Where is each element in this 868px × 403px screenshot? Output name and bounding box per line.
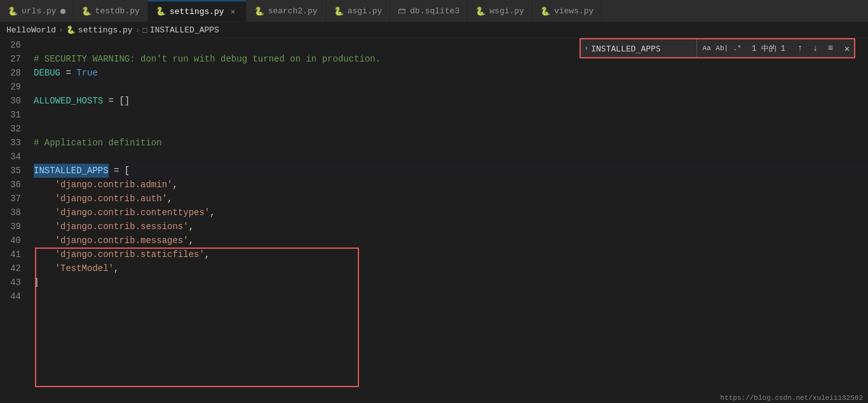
tab-bar: 🐍 urls.py 🐍 testdb.py 🐍 settings.py ✕ 🐍 … — [0, 0, 868, 22]
code-area: 26 27 28 29 30 31 32 33 34 35 36 37 38 3… — [0, 38, 868, 403]
tab-modified-urls — [60, 9, 65, 14]
code-line-37: 'django.contrib.auth' , — [34, 192, 868, 206]
search-close-button[interactable]: ✕ — [840, 41, 854, 55]
code-line-30: ALLOWED_HOSTS = [] — [34, 94, 868, 108]
case-sensitive-button[interactable]: Aa — [700, 41, 714, 55]
whole-word-button[interactable]: Ab| — [715, 41, 729, 55]
tab-icon-search2: 🐍 — [254, 6, 264, 17]
tab-label-settings: settings.py — [170, 7, 224, 17]
code-line-29 — [34, 80, 868, 94]
code-line-34 — [34, 150, 868, 164]
code-content: # SECURITY WARNING: don't run with debug… — [29, 38, 868, 403]
installed-apps-highlight: INSTALLED_APPS — [34, 164, 109, 178]
tab-label-search2: search2.py — [268, 6, 318, 16]
tab-label-testdb: testdb.py — [95, 6, 140, 16]
code-line-40: 'django.contrib.messages' , — [34, 234, 868, 248]
tab-settings[interactable]: 🐍 settings.py ✕ — [148, 1, 247, 22]
tab-label-db: db.sqlite3 — [410, 6, 459, 16]
breadcrumb-settings[interactable]: settings.py — [78, 25, 133, 35]
search-next-button[interactable]: ↓ — [808, 41, 822, 55]
breadcrumb-installed-apps[interactable]: INSTALLED_APPS — [150, 25, 219, 35]
code-line-32 — [34, 122, 868, 136]
tab-label-urls: urls.py — [22, 6, 57, 16]
status-url: https://blog.csdn.net/xulei1132562 — [721, 394, 863, 402]
code-line-44 — [34, 289, 868, 303]
tab-icon-db: 🗃 — [398, 6, 406, 16]
search-input-wrapper: › — [581, 44, 697, 53]
tab-icon-urls: 🐍 — [8, 6, 18, 17]
code-line-42: 'TestModel' , — [34, 261, 868, 275]
tab-testdb[interactable]: 🐍 testdb.py — [74, 1, 148, 22]
tab-label-wsgi: wsgi.py — [489, 6, 524, 16]
code-line-28: DEBUG = True — [34, 66, 868, 80]
code-line-38: 'django.contrib.contenttypes' , — [34, 206, 868, 220]
tab-search2[interactable]: 🐍 search2.py — [247, 1, 326, 22]
search-bar: › Aa Ab| .* 1 中的 1 ↑ ↓ ≡ ✕ — [580, 38, 855, 58]
code-line-31 — [34, 108, 868, 122]
status-bar: https://blog.csdn.net/xulei1132562 — [715, 393, 868, 403]
tab-close-settings[interactable]: ✕ — [228, 6, 238, 17]
code-line-43: ] — [34, 275, 868, 289]
tab-icon-settings: 🐍 — [156, 6, 166, 17]
tab-views[interactable]: 🐍 views.py — [532, 1, 602, 22]
tab-asgi[interactable]: 🐍 asgi.py — [326, 1, 391, 22]
search-menu-button[interactable]: ≡ — [824, 41, 837, 55]
code-line-35: INSTALLED_APPS = [ — [34, 164, 868, 178]
search-options: Aa Ab| .* — [696, 39, 747, 57]
search-nav: ↑ ↓ ≡ — [790, 41, 840, 55]
tab-icon-testdb: 🐍 — [81, 6, 92, 17]
breadcrumb-helloworld[interactable]: HelloWorld — [6, 25, 56, 35]
tab-urls[interactable]: 🐍 urls.py — [0, 1, 74, 22]
code-line-33: # Application definition — [34, 136, 868, 150]
breadcrumb-symbol-icon: ⬚ — [142, 25, 147, 35]
regex-button[interactable]: .* — [730, 41, 744, 55]
tab-label-views: views.py — [554, 6, 593, 16]
tab-db[interactable]: 🗃 db.sqlite3 — [390, 1, 468, 22]
search-prev-button[interactable]: ↑ — [793, 41, 807, 55]
tab-icon-views: 🐍 — [540, 6, 550, 17]
tab-wsgi[interactable]: 🐍 wsgi.py — [468, 1, 532, 22]
tab-label-asgi: asgi.py — [348, 6, 383, 16]
search-input[interactable] — [591, 44, 693, 53]
tab-icon-wsgi: 🐍 — [475, 6, 485, 17]
code-line-41: 'django.contrib.staticfiles' , — [34, 248, 868, 261]
search-expand-icon: › — [585, 44, 589, 52]
breadcrumb: HelloWorld › 🐍 settings.py › ⬚ INSTALLED… — [0, 22, 868, 38]
code-line-39: 'django.contrib.sessions' , — [34, 220, 868, 234]
search-count: 1 中的 1 — [747, 43, 790, 54]
line-numbers: 26 27 28 29 30 31 32 33 34 35 36 37 38 3… — [0, 38, 29, 403]
tab-icon-asgi: 🐍 — [334, 6, 344, 17]
code-line-36: 'django.contrib.admin' , — [34, 178, 868, 192]
breadcrumb-file-icon: 🐍 — [66, 25, 76, 35]
